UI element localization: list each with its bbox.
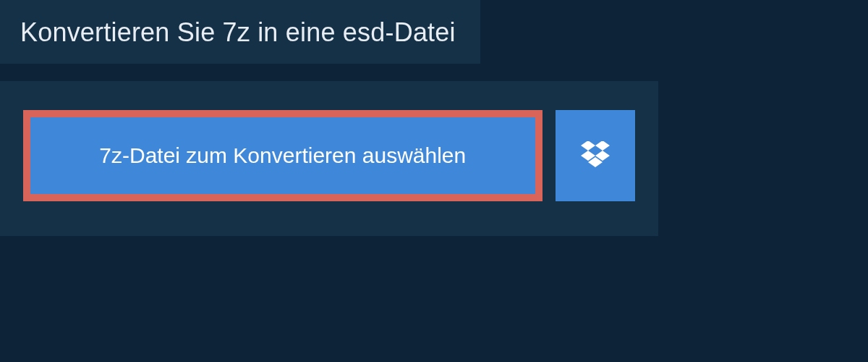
dropbox-button[interactable] bbox=[556, 110, 635, 201]
converter-panel: 7z-Datei zum Konvertieren auswählen bbox=[0, 81, 658, 236]
select-file-button[interactable]: 7z-Datei zum Konvertieren auswählen bbox=[23, 110, 542, 201]
page-title: Konvertieren Sie 7z in eine esd-Datei bbox=[20, 17, 456, 48]
action-row: 7z-Datei zum Konvertieren auswählen bbox=[0, 81, 658, 236]
page-root: Konvertieren Sie 7z in eine esd-Datei 7z… bbox=[0, 0, 868, 236]
dropbox-icon bbox=[581, 141, 610, 170]
select-file-label: 7z-Datei zum Konvertieren auswählen bbox=[99, 143, 466, 168]
page-title-bar: Konvertieren Sie 7z in eine esd-Datei bbox=[0, 0, 480, 64]
